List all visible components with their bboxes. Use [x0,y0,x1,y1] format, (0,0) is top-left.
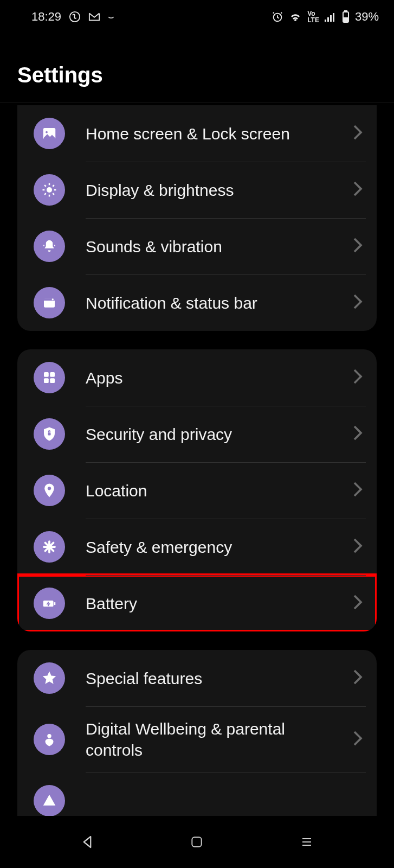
row-label: Display & brightness [86,180,346,201]
row-label: Sounds & vibration [86,236,346,257]
row-label: Home screen & Lock screen [86,123,346,144]
svg-point-14 [52,298,54,300]
notification-bar-icon [34,287,65,318]
row-label: Battery [86,593,346,614]
navigation-bar [0,816,394,868]
svg-rect-7 [345,11,347,12]
settings-group-display: Home screen & Lock screen Display & brig… [17,105,377,331]
settings-row-battery[interactable]: Battery [17,575,377,631]
svg-rect-24 [192,837,202,846]
status-left: 18:29 ⌣ [31,10,114,24]
settings-row-safety[interactable]: Safety & emergency [17,519,377,575]
star-icon [34,662,65,694]
svg-rect-15 [44,372,49,377]
settings-row-notification[interactable]: Notification & status bar [17,275,377,331]
chevron-right-icon [353,481,363,500]
svg-point-20 [48,487,51,490]
whatsapp-icon [69,11,81,23]
svg-rect-4 [330,15,332,22]
settings-row-special[interactable]: Special features [17,650,377,706]
svg-point-23 [47,734,51,738]
home-button[interactable] [164,835,229,849]
asterisk-icon [34,531,65,563]
settings-content[interactable]: Home screen & Lock screen Display & brig… [0,103,394,829]
svg-point-10 [46,131,48,133]
brightness-icon [34,174,65,206]
chevron-right-icon [353,237,363,256]
row-label: Safety & emergency [86,537,346,558]
svg-rect-17 [44,378,49,383]
row-label: Security and privacy [86,424,346,445]
chevron-right-icon [353,594,363,612]
bell-icon [34,231,65,262]
battery-percent: 39% [355,10,379,24]
back-button[interactable] [55,834,120,850]
settings-row-home-lock[interactable]: Home screen & Lock screen [17,105,377,162]
status-right: VoLTE 39% [272,10,379,24]
row-label: Apps [86,367,346,388]
recent-button[interactable] [274,835,339,848]
battery-icon [342,10,350,23]
battery-charging-icon [34,588,65,619]
status-bar: 18:29 ⌣ VoLTE 39% [0,0,394,34]
row-label: Digital Wellbeing & parental controls [86,718,346,761]
row-label: Notification & status bar [86,292,346,314]
settings-group-system: Apps Security and privacy Location Safet… [17,349,377,631]
location-icon [34,475,65,506]
chevron-right-icon [353,538,363,556]
alarm-icon [272,11,283,23]
gmail-icon [88,12,100,22]
chevron-right-icon [353,124,363,143]
svg-point-11 [47,187,52,193]
wellbeing-icon [34,724,65,755]
svg-rect-18 [50,378,55,383]
svg-rect-19 [48,433,51,436]
shield-icon [34,418,65,450]
settings-row-wellbeing[interactable]: Digital Wellbeing & parental controls [17,706,377,773]
svg-rect-2 [325,20,326,22]
row-label: Special features [86,668,346,689]
settings-group-features: Special features Digital Wellbeing & par… [17,650,377,829]
chevron-right-icon [353,730,363,749]
status-time: 18:29 [31,10,61,24]
more-notification-icon: ⌣ [108,11,114,23]
row-label: Location [86,480,346,501]
picture-icon [34,118,65,149]
page-title: Settings [0,34,394,103]
settings-row-security[interactable]: Security and privacy [17,406,377,462]
signal-icon [325,12,337,22]
volte-icon: VoLTE [307,10,319,23]
wifi-icon [289,11,302,22]
chevron-right-icon [353,293,363,312]
chevron-right-icon [353,181,363,199]
settings-row-display[interactable]: Display & brightness [17,162,377,218]
apps-icon [34,362,65,393]
chevron-right-icon [353,669,363,687]
settings-row-location[interactable]: Location [17,462,377,519]
settings-row-sounds[interactable]: Sounds & vibration [17,218,377,275]
svg-rect-3 [327,17,329,22]
chevron-right-icon [353,368,363,387]
settings-row-apps[interactable]: Apps [17,349,377,406]
svg-rect-5 [333,13,334,22]
svg-rect-22 [54,602,56,605]
chevron-right-icon [353,425,363,443]
svg-rect-16 [50,372,55,377]
svg-rect-8 [344,18,347,21]
partial-icon [34,785,65,816]
